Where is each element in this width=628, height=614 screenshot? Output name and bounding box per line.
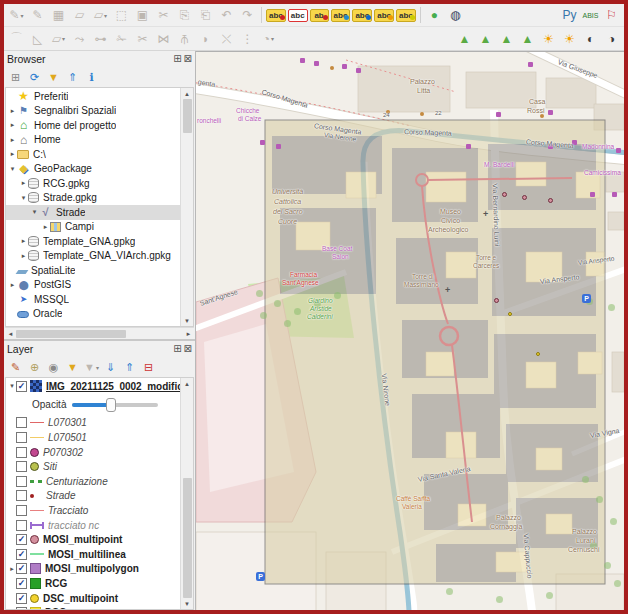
browser-item-preferiti[interactable]: Preferiti: [6, 89, 180, 104]
layer-checkbox[interactable]: [16, 520, 27, 531]
browser-item-template-gna-viarch-gpkg[interactable]: ▸Template_GNA_VIArch.gpkg: [6, 249, 180, 264]
scroll-up-icon[interactable]: ▲: [182, 88, 193, 99]
layers-close-icon[interactable]: ⊠: [184, 344, 192, 354]
remove-layer-button[interactable]: ⊟: [140, 359, 157, 376]
browser-close-icon[interactable]: ⊠: [184, 54, 192, 64]
osm-place-search-button[interactable]: ◍: [446, 6, 465, 25]
browser-properties-button[interactable]: ℹ: [83, 69, 100, 86]
layer-checkbox[interactable]: [16, 461, 27, 472]
layer-row-l070501[interactable]: L070501: [6, 430, 180, 445]
brightness-increase-button[interactable]: ☀: [539, 29, 558, 48]
expander-icon[interactable]: ▾: [19, 194, 28, 202]
scroll-left-icon[interactable]: ◄: [5, 328, 16, 339]
expander-icon[interactable]: ▸: [8, 281, 17, 289]
layer-checkbox[interactable]: [16, 417, 27, 428]
show-hide-labels-button[interactable]: abc: [331, 9, 351, 22]
layer-row-dsc-multipoint[interactable]: ✓DSC_multipoint: [6, 591, 180, 606]
layer-styling-button[interactable]: ✎: [7, 359, 24, 376]
layer-row-p070302[interactable]: P070302: [6, 445, 180, 460]
change-label-button[interactable]: abc: [396, 9, 416, 22]
expander-icon[interactable]: ▾: [8, 165, 17, 173]
layers-undock-icon[interactable]: ⊞: [173, 344, 181, 354]
scroll-down-icon[interactable]: ▼: [182, 315, 193, 326]
scroll-up-icon[interactable]: ▲: [182, 378, 193, 389]
layer-checkbox[interactable]: ✓: [16, 563, 27, 574]
note-plugin-button[interactable]: ⚐: [602, 6, 621, 25]
add-group-button[interactable]: ⊕: [26, 359, 43, 376]
expander-icon[interactable]: ▸: [19, 179, 28, 187]
layer-checkbox[interactable]: ✓: [16, 593, 27, 604]
layer-row-siti[interactable]: Siti: [6, 459, 180, 474]
grass-tools-button[interactable]: ●: [425, 6, 444, 25]
rotate-label-button[interactable]: abc: [374, 9, 394, 22]
expander-icon[interactable]: ▸: [19, 252, 28, 260]
browser-undock-icon[interactable]: ⊞: [173, 54, 181, 64]
layer-checkbox[interactable]: ✓: [16, 549, 27, 560]
abis-plugin-button[interactable]: ABIS: [581, 6, 600, 25]
browser-item-segnalibri-spaziali[interactable]: ▸Segnalibri Spaziali: [6, 104, 180, 119]
expander-icon[interactable]: ▸: [8, 107, 17, 115]
collapse-all-button[interactable]: ⇑: [121, 359, 138, 376]
manage-themes-button[interactable]: ◉: [45, 359, 62, 376]
layer-row-mosi-multipoint[interactable]: ✓MOSI_multipoint: [6, 532, 180, 547]
expand-all-button[interactable]: ⇓: [102, 359, 119, 376]
browser-item-campi[interactable]: ▸Campi: [6, 220, 180, 235]
python-console-button[interactable]: Py: [560, 6, 579, 25]
map-canvas[interactable]: PP++ gentaCorso MagentaronchelliChicched…: [196, 51, 624, 610]
expander-icon[interactable]: ▸: [8, 150, 17, 158]
layer-row-tracciato-nc[interactable]: tracciato nc: [6, 518, 180, 533]
filter-legend-button[interactable]: ▼: [64, 359, 81, 376]
browser-vscrollbar[interactable]: ▲ ▼: [180, 88, 193, 326]
browser-filter-button[interactable]: ▼: [45, 69, 62, 86]
browser-item-strade[interactable]: ▾Strade: [6, 205, 180, 220]
histogram-full-arrow-button[interactable]: ▲: [518, 29, 537, 48]
browser-item-postgis[interactable]: ▸PostGIS: [6, 278, 180, 293]
browser-item-rcg-gpkg[interactable]: ▸RCG.gpkg: [6, 176, 180, 191]
opacity-slider-handle[interactable]: [106, 398, 116, 412]
expander-icon[interactable]: ▸: [8, 136, 17, 144]
expander-icon[interactable]: ▾: [30, 208, 39, 216]
browser-item-strade-gpkg[interactable]: ▾Strade.gpkg: [6, 191, 180, 206]
browser-item-spatialite[interactable]: SpatiaLite: [6, 263, 180, 278]
browser-item-template-gna-gpkg[interactable]: ▸Template_GNA.gpkg: [6, 234, 180, 249]
expander-icon[interactable]: ▸: [8, 565, 16, 573]
layer-row-mosi-multilinea[interactable]: ✓MOSI_multilinea: [6, 547, 180, 562]
browser-item-home-del-progetto[interactable]: ▸Home del progetto: [6, 118, 180, 133]
browser-vscroll-thumb[interactable]: [183, 99, 192, 133]
layer-checkbox[interactable]: [16, 505, 27, 516]
layer-row-mosi-multipolygon[interactable]: ▸✓MOSI_multipolygon: [6, 562, 180, 577]
histogram-stretch-button[interactable]: ▲: [455, 29, 474, 48]
browser-add-layers-button[interactable]: ⊞: [7, 69, 24, 86]
layer-row-strade[interactable]: Strade: [6, 489, 180, 504]
browser-collapse-all-button[interactable]: ⇑: [64, 69, 81, 86]
brightness-decrease-button[interactable]: ☀: [560, 29, 579, 48]
pin-diagram-button[interactable]: ab: [310, 9, 329, 22]
layer-row-img-20211125-0002-modificato[interactable]: ▾✓IMG_20211125_0002_modificato: [6, 379, 180, 394]
browser-item-mssql[interactable]: MSSQL: [6, 292, 180, 307]
layer-checkbox[interactable]: ✓: [16, 578, 27, 589]
layer-checkbox[interactable]: ✓: [16, 534, 27, 545]
move-label-button[interactable]: abc: [352, 9, 372, 22]
layer-checkbox[interactable]: [16, 447, 27, 458]
browser-hscroll-thumb[interactable]: [16, 330, 126, 338]
expander-icon[interactable]: ▾: [8, 382, 16, 390]
histogram-full-button[interactable]: ▲: [497, 29, 516, 48]
zoom-scale-lock-button[interactable]: ◑: [602, 29, 621, 48]
browser-refresh-button[interactable]: ⟳: [26, 69, 43, 86]
expander-icon[interactable]: ▸: [19, 237, 28, 245]
scroll-down-icon[interactable]: ▼: [182, 598, 193, 609]
layer-row-centuriazione[interactable]: Centuriazione: [6, 474, 180, 489]
layer-checkbox[interactable]: [16, 432, 27, 443]
pin-labels-button[interactable]: abc: [266, 9, 286, 22]
layer-checkbox[interactable]: [16, 476, 27, 487]
layer-row-dsc[interactable]: ▾✓DSC: [6, 605, 180, 609]
layer-row-rcg[interactable]: ✓RCG: [6, 576, 180, 591]
browser-item-c-[interactable]: ▸C:\: [6, 147, 180, 162]
expander-icon[interactable]: ▸: [41, 223, 50, 231]
layer-checkbox[interactable]: ✓: [16, 381, 27, 392]
layer-checkbox[interactable]: [16, 490, 27, 501]
expander-icon[interactable]: ▸: [8, 121, 17, 129]
layer-row-tracciato[interactable]: Tracciato: [6, 503, 180, 518]
highlight-labels-button[interactable]: abc: [288, 9, 308, 22]
opacity-slider[interactable]: [72, 403, 158, 407]
